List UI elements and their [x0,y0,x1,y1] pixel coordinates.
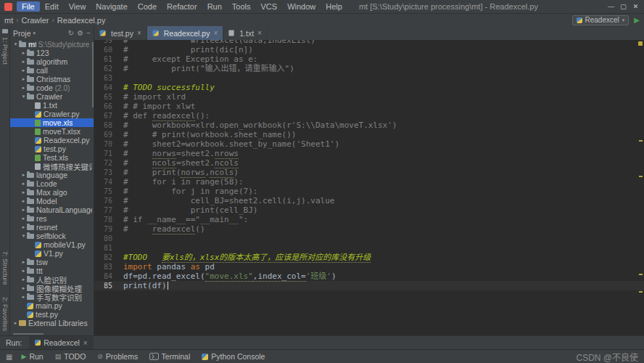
code-line-78[interactable]: 78# if __name__=="__main__": [94,215,644,224]
run-button[interactable]: ▶ [634,17,640,24]
chevron-down-icon[interactable]: ▾ [20,233,27,239]
tree-item-resnet[interactable]: ▸resnet [10,223,94,232]
code-line-63[interactable]: 63 [94,73,644,83]
tree-item-手写数字识别[interactable]: ▸手写数字识别 [10,293,94,301]
tree-item-Crawler[interactable]: ▾Crawler [10,92,94,101]
warning-mark[interactable] [639,176,643,177]
code-line-84[interactable]: 84df=pd.read_excel("move.xls",index_col=… [94,272,644,281]
code-line-75[interactable]: 75# for j in range(7): [94,187,644,196]
chevron-down-icon[interactable]: ▾ [33,30,36,36]
error-stripe[interactable] [637,40,644,335]
project-vertical-scrollbar[interactable] [92,42,94,107]
tree-item-moveT.xlsx[interactable]: moveT.xlsx [10,127,94,136]
menu-run[interactable]: Run [202,1,227,12]
menu-navigate[interactable]: Navigate [91,1,132,12]
code-line-62[interactable]: 62# print("输入出错，请重新输入") [94,64,644,73]
menu-view[interactable]: View [64,1,91,12]
gear-icon[interactable]: ⚙ [77,30,83,37]
code-line-66[interactable]: 66# # import xlwt [94,102,644,111]
tool-button-project[interactable]: 1: Project [1,37,9,65]
code-line-65[interactable]: 65# import xlrd [94,92,644,102]
project-horizontal-scrollbar[interactable] [13,333,44,335]
code-line-80[interactable]: 80 [94,234,644,243]
code-line-59[interactable]: 59# writeexcel(data,indexList) [94,40,644,45]
tree-item-test.py[interactable]: test.py [10,144,94,153]
code-line-82[interactable]: 82#TODO 要xls的，xlsx的版本太高了，应该是所对应的库没有升级 [94,253,644,262]
chevron-right-icon[interactable]: ▸ [20,207,27,213]
tree-item-NaturalLanguageProc[interactable]: ▸NaturalLanguageProc [10,205,94,214]
project-header-label[interactable]: Proje [13,29,31,38]
code-line-77[interactable]: 77# print(cell_BJ) [94,205,644,215]
tree-item-tsw[interactable]: ▸tsw [10,258,94,266]
warning-mark[interactable] [639,274,643,275]
tree-item-微博热搜关键词词频[interactable]: 微博热搜关键词词频 [10,162,94,171]
project-tool-icon[interactable] [2,29,8,33]
tree-item-code[interactable]: ▸code(2.0) [10,83,94,92]
tool-button-favorites[interactable]: 2: Favorites [1,297,9,331]
maximize-icon[interactable]: ▢ [617,3,629,10]
chevron-right-icon[interactable]: ▸ [20,59,27,65]
code-line-85[interactable]: 85print(df) [94,281,644,290]
tool-button-structure[interactable]: 7: Structure [1,251,9,285]
code-line-83[interactable]: 83import pandas as pd [94,262,644,272]
chevron-right-icon[interactable]: ▸ [20,268,27,274]
tree-item-main.py[interactable]: main.py [10,301,94,310]
inspection-indicator[interactable] [638,41,643,46]
refresh-icon[interactable]: ↻ [68,30,74,37]
chevron-down-icon[interactable]: ▾ [12,41,19,47]
statusbar-terminal[interactable]: ❯_Terminal [149,352,190,361]
code-line-60[interactable]: 60# print(dic[n]) [94,45,644,54]
tab-test.py[interactable]: test.py× [94,26,147,40]
tree-item-call[interactable]: ▸call [10,66,94,75]
breadcrumb-item[interactable]: mt [4,16,13,25]
chevron-right-icon[interactable]: ▸ [20,172,27,178]
code-editor[interactable]: 59# writeexcel(data,indexList)60# print(… [94,40,644,335]
tree-item-mobileV1.py[interactable]: mobileV1.py [10,240,94,249]
tree-item-algorithm[interactable]: ▸algorithm [10,57,94,66]
code-line-72[interactable]: 72# ncols=sheet2.ncols [94,158,644,168]
tree-item-123[interactable]: ▸123 [10,49,94,57]
tree-item-Crawler.py[interactable]: Crawler.py [10,110,94,118]
tree-item-selfblock[interactable]: ▾selfblock [10,232,94,240]
warning-mark[interactable] [639,291,643,293]
statusbar-problems[interactable]: ⊘Problems [97,352,138,361]
statusbar-todo[interactable]: ▤TODO [55,352,86,361]
warning-mark[interactable] [639,140,643,142]
chevron-right-icon[interactable]: ▸ [20,181,27,187]
breadcrumb-item[interactable]: Readexcel.py [57,16,106,25]
run-config-select[interactable]: Readexcel ▾ [572,15,629,25]
close-icon[interactable]: × [257,29,262,37]
chevron-right-icon[interactable]: ▸ [20,85,27,91]
tree-item-Lcode[interactable]: ▸Lcode [10,179,94,188]
code-line-64[interactable]: 64# TODO successfully [94,83,644,92]
chevron-right-icon[interactable]: ▸ [12,320,19,326]
statusbar-run[interactable]: ▶Run [21,352,43,361]
tool-windows-toggle-icon[interactable]: ▦ [6,353,12,361]
menu-edit[interactable]: Edit [40,1,64,12]
breadcrumb-item[interactable]: Crawler [22,16,49,25]
close-icon[interactable]: ✕ [629,3,642,10]
code-line-73[interactable]: 73# print(norws,ncols) [94,168,644,177]
tree-item-res[interactable]: ▸res [10,214,94,223]
chevron-right-icon[interactable]: ▸ [20,294,27,300]
chevron-right-icon[interactable]: ▸ [20,277,27,282]
code-line-74[interactable]: 74# for i in range(58): [94,177,644,187]
code-line-71[interactable]: 71# norws=sheet2.nrows [94,149,644,158]
chevron-right-icon[interactable]: ▸ [20,198,27,204]
statusbar-python-console[interactable]: Python Console [202,352,265,361]
code-line-79[interactable]: 79# readexcel() [94,224,644,234]
menu-help[interactable]: Help [321,1,347,12]
menu-tools[interactable]: Tools [227,1,256,12]
code-line-76[interactable]: 76# cell_BJ=sheet2.cell(i,j).value [94,196,644,205]
hide-panel-icon[interactable]: − [86,30,91,37]
chevron-right-icon[interactable]: ▸ [20,285,27,291]
chevron-right-icon[interactable]: ▸ [20,189,27,195]
tab-Readexcel.py[interactable]: Readexcel.py× [147,26,223,40]
tree-item-External Libraries[interactable]: ▸External Libraries [10,319,94,327]
code-line-61[interactable]: 61# except Exception as e: [94,54,644,64]
close-icon[interactable]: × [213,29,218,37]
menu-code[interactable]: Code [133,1,162,12]
menu-file[interactable]: File [17,1,40,12]
code-line-68[interactable]: 68# workbook=xlrd.open_workbook(r'S:\\Da… [94,121,644,130]
menu-window[interactable]: Window [282,1,321,12]
